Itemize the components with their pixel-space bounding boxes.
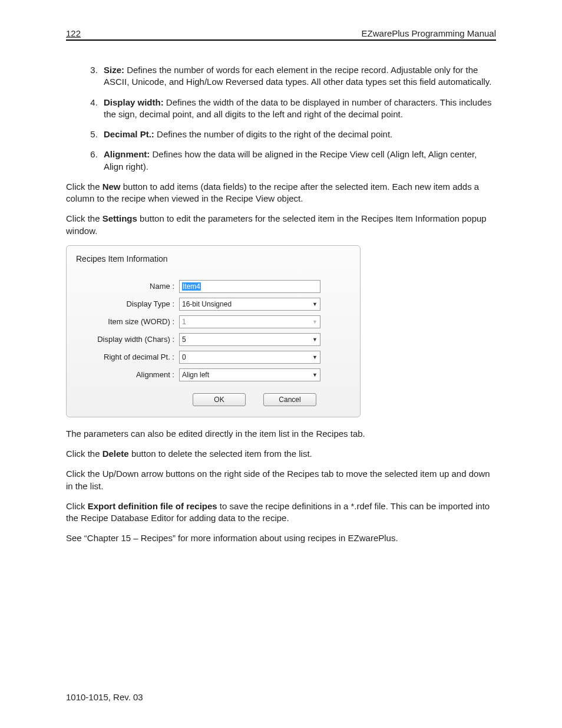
list-item: Display width: Defines the width of the … — [100, 97, 496, 121]
label-display-type: Display Type : — [76, 299, 179, 308]
chevron-down-icon: ▼ — [312, 319, 318, 325]
paragraph-updown: Click the Up/Down arrow buttons on the r… — [66, 468, 496, 492]
chevron-down-icon: ▼ — [312, 372, 318, 378]
chevron-down-icon: ▼ — [312, 301, 318, 307]
alignment-value: Align left — [182, 371, 209, 379]
row-decimal-pt: Right of decimal Pt. : 0 ▼ — [76, 351, 351, 364]
chevron-down-icon: ▼ — [312, 354, 318, 360]
dialog-button-row: OK Cancel — [76, 393, 351, 406]
list-term: Size: — [104, 65, 124, 75]
page-number: 122 — [66, 28, 81, 38]
list-term: Decimal Pt.: — [104, 129, 154, 139]
label-decimal-pt: Right of decimal Pt. : — [76, 353, 179, 361]
label-item-size: Item size (WORD) : — [76, 317, 179, 326]
paragraph-edit-direct: The parameters can also be edited direct… — [66, 428, 496, 440]
row-name: Name : Item4 — [76, 280, 351, 293]
row-item-size: Item size (WORD) : 1 ▼ — [76, 315, 351, 328]
row-alignment: Alignment : Align left ▼ — [76, 368, 351, 381]
name-input[interactable]: Item4 — [179, 280, 320, 293]
paragraph-delete: Click the Delete button to delete the se… — [66, 448, 496, 460]
decimal-pt-select[interactable]: 0 ▼ — [179, 351, 320, 364]
cancel-button[interactable]: Cancel — [263, 393, 316, 406]
list-text: Defines how the data will be aligned in … — [104, 149, 477, 171]
header-title: EZwarePlus Programming Manual — [362, 28, 496, 38]
display-type-value: 16-bit Unsigned — [182, 300, 232, 308]
display-width-select[interactable]: 5 ▼ — [179, 333, 320, 346]
row-display-type: Display Type : 16-bit Unsigned ▼ — [76, 298, 351, 311]
page-footer: 1010-1015, Rev. 03 — [66, 692, 496, 702]
list-item: Decimal Pt.: Defines the number of digit… — [100, 129, 496, 140]
paragraph-export: Click Export definition file of recipes … — [66, 500, 496, 525]
label-alignment: Alignment : — [76, 370, 179, 379]
label-display-width: Display width (Chars) : — [76, 335, 179, 344]
ok-button[interactable]: OK — [193, 393, 246, 406]
list-term: Display width: — [104, 97, 164, 107]
display-width-value: 5 — [182, 335, 186, 344]
list-text: Defines the number of digits to the righ… — [157, 129, 392, 139]
row-display-width: Display width (Chars) : 5 ▼ — [76, 333, 351, 346]
chevron-down-icon: ▼ — [312, 337, 318, 342]
display-type-select[interactable]: 16-bit Unsigned ▼ — [179, 298, 320, 311]
list-item: Size: Defines the number of words for ea… — [100, 64, 496, 88]
list-term: Alignment: — [104, 149, 150, 159]
paragraph-see-chapter: See “Chapter 15 – Recipes” for more info… — [66, 532, 496, 544]
item-size-value: 1 — [182, 318, 186, 326]
alignment-select[interactable]: Align left ▼ — [179, 368, 320, 381]
page-header: 122 EZwarePlus Programming Manual — [66, 28, 496, 41]
name-value: Item4 — [182, 282, 201, 291]
dialog-title: Recipes Item Information — [76, 252, 351, 263]
paragraph-settings: Click the Settings button to edit the pa… — [66, 213, 496, 237]
list-item: Alignment: Defines how the data will be … — [100, 149, 496, 173]
page-content: 122 EZwarePlus Programming Manual Size: … — [0, 0, 562, 726]
list-text: Defines the number of words for each ele… — [104, 65, 491, 87]
decimal-pt-value: 0 — [182, 353, 186, 361]
paragraph-new: Click the New button to add items (data … — [66, 181, 496, 205]
recipes-item-dialog: Recipes Item Information Name : Item4 Di… — [66, 245, 361, 417]
label-name: Name : — [76, 282, 179, 291]
definition-list: Size: Defines the number of words for ea… — [66, 64, 496, 173]
item-size-select: 1 ▼ — [179, 315, 320, 328]
